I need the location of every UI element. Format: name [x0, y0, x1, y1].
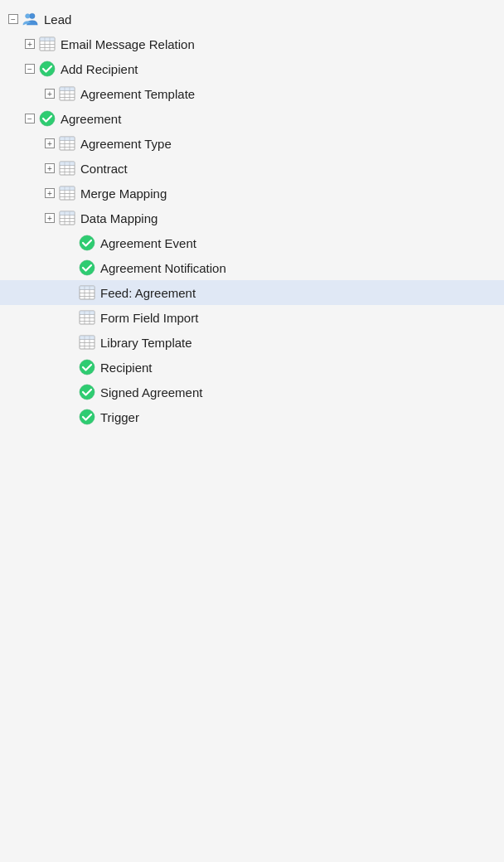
tree-item-agreement[interactable]: − Agreement: [0, 106, 504, 131]
tree-item-agreement-event[interactable]: Agreement Event: [0, 230, 504, 255]
tree-item-agreement-template[interactable]: + Agreement Template: [0, 81, 504, 106]
tree-item-feed-agreement[interactable]: Feed: Agreement: [0, 280, 504, 305]
svg-rect-68: [80, 336, 94, 340]
svg-rect-8: [40, 37, 55, 41]
toggle-data-mapping[interactable]: +: [43, 211, 56, 225]
toggle-agreement-notification: [63, 261, 76, 274]
toggle-signed-agreement: [63, 385, 76, 399]
toggle-contract[interactable]: +: [43, 162, 56, 175]
collapse-icon[interactable]: −: [25, 114, 35, 123]
tree-label-library-template: Library Template: [100, 336, 192, 350]
people-icon-lead: [22, 11, 40, 27]
tree-label-contract: Contract: [80, 162, 128, 176]
toggle-library-template: [63, 336, 76, 349]
grid-icon-feed-agreement: [78, 284, 96, 301]
tree-item-agreement-notification[interactable]: Agreement Notification: [0, 255, 504, 280]
toggle-lead[interactable]: −: [7, 12, 20, 26]
tree-item-signed-agreement[interactable]: Signed Agreement: [0, 380, 504, 404]
toggle-agreement-template[interactable]: +: [43, 87, 56, 100]
svg-rect-16: [60, 87, 75, 91]
tree-label-lead: Lead: [44, 12, 71, 27]
check-icon-agreement: [38, 110, 56, 127]
tree-item-add-recipient[interactable]: − Add Recipient: [0, 56, 504, 81]
svg-point-70: [80, 385, 94, 400]
svg-rect-31: [60, 162, 75, 166]
toggle-feed-agreement: [63, 286, 76, 299]
tree-item-library-template[interactable]: Library Template: [0, 330, 504, 355]
expand-icon[interactable]: +: [45, 138, 55, 148]
tree-item-data-mapping[interactable]: + Data Mapping: [0, 206, 504, 230]
toggle-add-recipient[interactable]: −: [23, 62, 36, 75]
tree-item-form-field-import[interactable]: Form Field Import: [0, 305, 504, 330]
tree-item-lead[interactable]: − Lead: [0, 7, 504, 31]
tree-label-merge-mapping: Merge Mapping: [80, 186, 167, 201]
grid-icon-library-template: [78, 334, 96, 351]
svg-rect-38: [60, 186, 75, 191]
svg-rect-61: [80, 311, 94, 315]
svg-point-17: [40, 111, 55, 126]
toggle-agreement-type[interactable]: +: [43, 137, 56, 150]
svg-rect-54: [80, 286, 94, 290]
tree-label-recipient: Recipient: [100, 361, 153, 375]
tree-item-email-message-relation[interactable]: + Email Message Relation: [0, 31, 504, 56]
svg-point-47: [80, 260, 94, 275]
tree-item-contract[interactable]: + Contract: [0, 156, 504, 181]
svg-point-69: [80, 360, 94, 375]
toggle-agreement[interactable]: −: [23, 112, 36, 125]
tree-label-form-field-import: Form Field Import: [100, 311, 198, 325]
expand-icon[interactable]: +: [45, 89, 55, 99]
svg-point-71: [80, 409, 94, 424]
tree-item-trigger[interactable]: Trigger: [0, 404, 504, 429]
tree-label-agreement-event: Agreement Event: [100, 236, 196, 250]
tree-label-data-mapping: Data Mapping: [80, 211, 158, 225]
tree-item-recipient[interactable]: Recipient: [0, 355, 504, 380]
tree-root: − Lead+ Email Message Relation− Add Reci…: [0, 7, 504, 429]
grid-icon-agreement-template: [58, 85, 76, 102]
expand-icon[interactable]: +: [45, 188, 55, 198]
svg-rect-24: [60, 137, 75, 141]
tree-item-merge-mapping[interactable]: + Merge Mapping: [0, 181, 504, 206]
check-icon-trigger: [78, 409, 96, 425]
check-icon-signed-agreement: [78, 384, 96, 400]
tree-label-email-message-relation: Email Message Relation: [61, 37, 195, 51]
toggle-trigger: [63, 410, 76, 424]
check-icon-agreement-notification: [78, 259, 96, 276]
check-icon-agreement-event: [78, 235, 96, 251]
tree-label-trigger: Trigger: [100, 410, 139, 424]
toggle-form-field-import: [63, 311, 76, 324]
grid-icon-agreement-type: [58, 135, 76, 152]
tree-item-agreement-type[interactable]: + Agreement Type: [0, 131, 504, 156]
grid-icon-form-field-import: [78, 309, 96, 326]
svg-rect-45: [60, 211, 75, 216]
check-icon-add-recipient: [38, 61, 56, 77]
grid-icon-merge-mapping: [58, 185, 76, 201]
tree-label-agreement-template: Agreement Template: [80, 87, 195, 101]
collapse-icon[interactable]: −: [8, 14, 18, 24]
tree-label-feed-agreement: Feed: Agreement: [100, 286, 196, 300]
tree-container: − Lead+ Email Message Relation− Add Reci…: [0, 0, 504, 862]
tree-label-agreement-notification: Agreement Notification: [100, 261, 226, 275]
toggle-email-message-relation[interactable]: +: [23, 37, 36, 51]
check-icon-recipient: [78, 359, 96, 375]
grid-icon-contract: [58, 160, 76, 177]
collapse-icon[interactable]: −: [25, 64, 35, 74]
svg-point-46: [80, 235, 94, 250]
tree-label-agreement: Agreement: [61, 112, 121, 126]
grid-icon-data-mapping: [58, 210, 76, 226]
tree-label-signed-agreement: Signed Agreement: [100, 385, 202, 400]
expand-icon[interactable]: +: [45, 213, 55, 223]
grid-icon-email-message-relation: [38, 36, 56, 52]
tree-label-agreement-type: Agreement Type: [80, 137, 172, 151]
toggle-merge-mapping[interactable]: +: [43, 186, 56, 200]
svg-point-1: [26, 14, 30, 18]
expand-icon[interactable]: +: [45, 163, 55, 173]
tree-label-add-recipient: Add Recipient: [61, 62, 138, 76]
svg-point-9: [40, 61, 55, 76]
svg-point-0: [30, 13, 35, 18]
toggle-agreement-event: [63, 236, 76, 249]
expand-icon[interactable]: +: [25, 39, 35, 49]
toggle-recipient: [63, 361, 76, 374]
